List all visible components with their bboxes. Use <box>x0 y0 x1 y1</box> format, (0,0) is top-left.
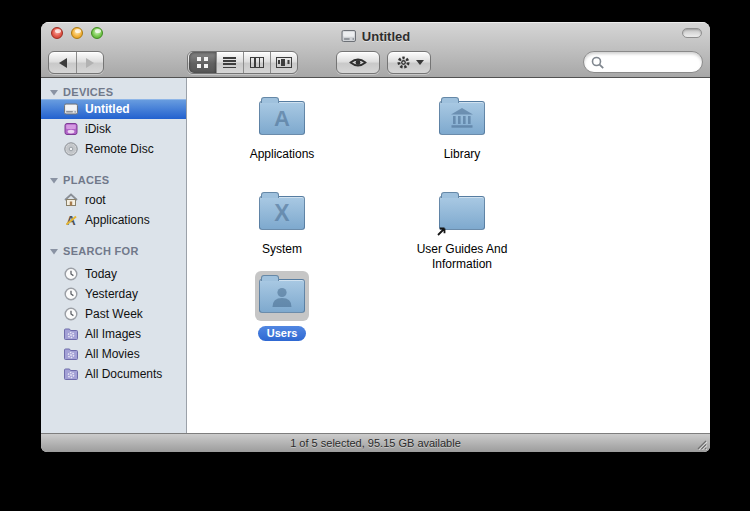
section-label: SEARCH FOR <box>63 245 139 257</box>
coverflow-view-button[interactable] <box>270 52 297 73</box>
search-field[interactable] <box>583 51 703 73</box>
sidebar-item-idisk[interactable]: iDisk <box>41 119 186 139</box>
coverflow-view-icon <box>276 57 292 68</box>
section-label: PLACES <box>63 174 109 186</box>
sidebar-item-label: All Documents <box>85 367 162 381</box>
icon-view-button[interactable] <box>189 52 216 73</box>
smart-folder-icon <box>63 346 79 362</box>
alias-arrow-icon <box>436 224 448 237</box>
folder-item-library[interactable]: Library <box>387 94 537 162</box>
sidebar-item-all-documents[interactable]: All Documents <box>41 364 186 384</box>
toolbar-toggle-pill-button[interactable] <box>682 28 702 38</box>
volume-icon <box>341 29 357 43</box>
status-text: 1 of 5 selected, 95.15 GB available <box>290 437 461 449</box>
clock-icon <box>63 286 79 302</box>
users-folder-icon[interactable] <box>259 279 305 313</box>
clock-icon <box>63 266 79 282</box>
icon-view-icon <box>197 57 208 68</box>
file-browser-content[interactable]: A Applications <box>187 78 710 433</box>
folder-item-applications[interactable]: A Applications <box>207 94 357 162</box>
finder-window: Untitled <box>41 22 710 452</box>
window-title-area: Untitled <box>131 27 620 45</box>
optical-disc-icon <box>63 141 79 157</box>
folder-item-user-guides[interactable]: User Guides And Information <box>387 189 537 272</box>
system-x-emblem-icon: X <box>269 201 295 225</box>
svg-text:X: X <box>274 201 290 225</box>
sidebar-item-label: root <box>85 193 106 207</box>
sidebar-item-label: All Images <box>85 327 141 341</box>
action-menu-button[interactable] <box>387 51 431 74</box>
smart-folder-icon <box>63 366 79 382</box>
icon-selection-highlight <box>255 271 309 321</box>
forward-arrow-icon <box>86 58 94 68</box>
window-title: Untitled <box>362 29 410 44</box>
applications-folder-icon[interactable]: A <box>259 101 305 135</box>
sidebar: DEVICES Untitled iDisk <box>41 78 187 433</box>
disclosure-triangle-icon[interactable] <box>50 177 58 184</box>
column-view-icon <box>250 57 264 68</box>
disclosure-triangle-icon[interactable] <box>50 89 58 96</box>
list-view-icon <box>223 57 236 68</box>
sidebar-item-label: Applications <box>85 213 150 227</box>
back-button[interactable] <box>49 52 76 73</box>
sidebar-item-untitled[interactable]: Untitled <box>41 99 186 119</box>
sidebar-item-applications[interactable]: A Applications <box>41 210 186 230</box>
desktop-background: Untitled <box>0 0 750 511</box>
folder-label: System <box>207 242 357 257</box>
chevron-down-icon <box>416 60 424 65</box>
sidebar-section-places: PLACES <box>41 173 186 187</box>
sidebar-item-all-movies[interactable]: All Movies <box>41 344 186 364</box>
section-label: DEVICES <box>63 86 113 98</box>
sidebar-item-label: Past Week <box>85 307 143 321</box>
folder-item-system[interactable]: X System <box>207 189 357 257</box>
folder-label: User Guides And Information <box>409 242 515 272</box>
sidebar-item-label: Today <box>85 267 117 281</box>
list-view-button[interactable] <box>216 52 243 73</box>
library-folder-icon[interactable] <box>439 101 485 135</box>
quick-look-button[interactable] <box>336 51 380 74</box>
folder-item-users[interactable]: Users <box>207 271 357 341</box>
eye-icon <box>349 56 367 69</box>
status-bar: 1 of 5 selected, 95.15 GB available <box>41 433 710 452</box>
system-folder-icon[interactable]: X <box>259 196 305 230</box>
internal-drive-icon <box>63 101 79 117</box>
clock-icon <box>63 306 79 322</box>
person-emblem-icon <box>269 285 295 308</box>
folder-label: Library <box>387 147 537 162</box>
close-button[interactable] <box>51 27 63 39</box>
gear-icon <box>395 54 412 71</box>
view-mode-control <box>187 51 298 74</box>
resize-grip[interactable] <box>694 437 707 450</box>
disclosure-triangle-icon[interactable] <box>50 248 58 255</box>
sidebar-item-root[interactable]: root <box>41 190 186 210</box>
sidebar-item-all-images[interactable]: All Images <box>41 324 186 344</box>
applications-icon: A <box>63 212 79 228</box>
home-icon <box>63 192 79 208</box>
sidebar-section-search-for: SEARCH FOR <box>41 244 186 258</box>
sidebar-item-past-week[interactable]: Past Week <box>41 304 186 324</box>
selected-folder-label: Users <box>258 326 307 341</box>
back-arrow-icon <box>59 58 67 68</box>
folder-label: Applications <box>207 147 357 162</box>
sidebar-item-label: Remote Disc <box>85 142 154 156</box>
forward-button[interactable] <box>76 52 103 73</box>
minimize-button[interactable] <box>71 27 83 39</box>
search-input[interactable] <box>608 54 698 70</box>
window-body: DEVICES Untitled iDisk <box>41 78 710 433</box>
title-toolbar-area[interactable]: Untitled <box>41 22 710 78</box>
zoom-button[interactable] <box>91 27 103 39</box>
sidebar-item-label: iDisk <box>85 122 111 136</box>
sidebar-item-label: Untitled <box>85 102 130 116</box>
smart-folder-icon <box>63 326 79 342</box>
sidebar-section-devices: DEVICES <box>41 85 186 99</box>
sidebar-item-today[interactable]: Today <box>41 264 186 284</box>
sidebar-item-label: All Movies <box>85 347 140 361</box>
library-bank-emblem-icon <box>449 107 475 129</box>
idisk-icon <box>63 121 79 137</box>
sidebar-item-yesterday[interactable]: Yesterday <box>41 284 186 304</box>
sidebar-item-label: Yesterday <box>85 287 138 301</box>
search-icon <box>591 56 605 70</box>
column-view-button[interactable] <box>243 52 270 73</box>
sidebar-item-remote-disc[interactable]: Remote Disc <box>41 139 186 159</box>
applications-a-emblem-icon: A <box>269 106 295 130</box>
